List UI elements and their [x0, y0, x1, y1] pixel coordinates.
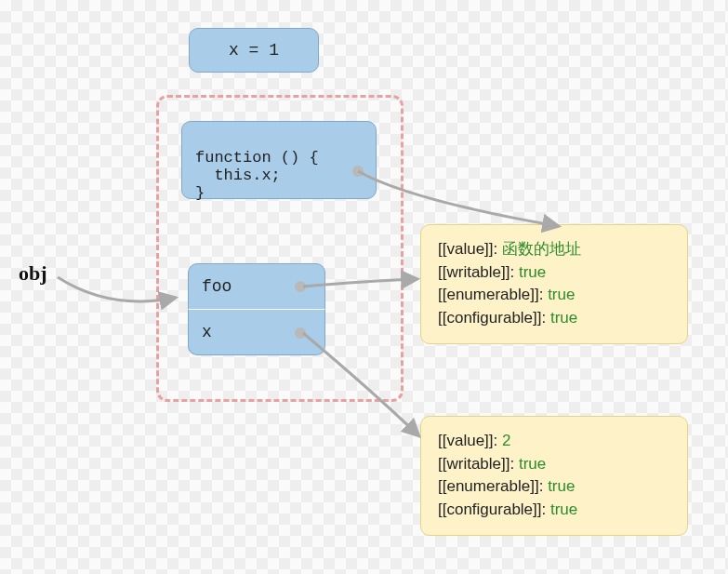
- desc-x-configurable: [[configurable]]: true: [438, 499, 670, 522]
- foo-arrow-origin-dot: [295, 281, 306, 292]
- function-arrow-origin-dot: [352, 166, 364, 177]
- desc-foo-configurable: [[configurable]]: true: [438, 307, 670, 330]
- descriptor-x-box: [[value]]: 2 [[writable]]: true [[enumer…: [420, 416, 688, 536]
- property-x-label: x: [202, 323, 212, 341]
- func-line2: this.x;: [195, 167, 281, 184]
- desc-x-enumerable: [[enumerable]]: true: [438, 475, 670, 499]
- desc-foo-value: [[value]]: 函数的地址: [438, 238, 670, 261]
- desc-foo-writable: [[writable]]: true: [438, 261, 670, 285]
- desc-x-value: [[value]]: 2: [438, 430, 670, 453]
- function-code: function () { this.x; }: [195, 131, 319, 202]
- obj-label: obj: [19, 261, 47, 286]
- func-line3: }: [195, 184, 205, 202]
- x-arrow-origin-dot: [295, 327, 306, 339]
- function-body-box: function () { this.x; }: [181, 121, 377, 199]
- desc-foo-enumerable: [[enumerable]]: true: [438, 284, 670, 307]
- property-foo-label: foo: [202, 277, 232, 296]
- assignment-box: x = 1: [189, 28, 319, 73]
- assignment-text: x = 1: [229, 41, 279, 60]
- descriptor-foo-box: [[value]]: 函数的地址 [[writable]]: true [[en…: [420, 224, 688, 344]
- func-line1: function () {: [195, 149, 319, 167]
- desc-x-writable: [[writable]]: true: [438, 453, 670, 476]
